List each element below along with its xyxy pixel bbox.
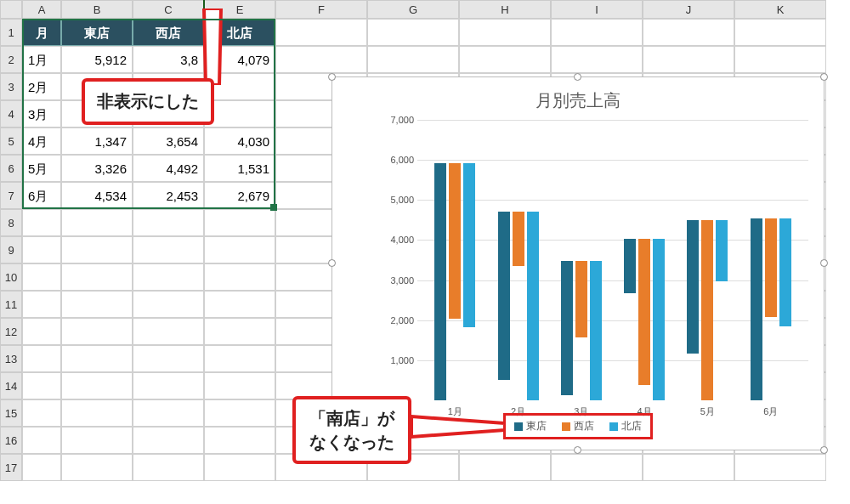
row-header-12[interactable]: 12: [0, 318, 22, 345]
cell[interactable]: [275, 46, 367, 73]
bar[interactable]: [590, 261, 602, 400]
chart-plot-area[interactable]: 1,0002,0003,0004,0005,0006,0007,000 1月2月…: [383, 120, 808, 400]
cell[interactable]: [367, 46, 459, 73]
cell[interactable]: [734, 46, 826, 73]
cell[interactable]: [133, 291, 204, 318]
bar[interactable]: [779, 218, 791, 326]
cell[interactable]: [22, 399, 61, 427]
cell[interactable]: 4月: [22, 127, 61, 155]
cell[interactable]: [204, 399, 275, 427]
cell[interactable]: [133, 454, 204, 481]
cell[interactable]: [22, 209, 61, 236]
cell[interactable]: [22, 263, 61, 291]
cell[interactable]: 4,492: [133, 155, 204, 182]
cell[interactable]: [551, 46, 643, 73]
chart-object[interactable]: 月別売上高 1,0002,0003,0004,0005,0006,0007,00…: [332, 76, 824, 450]
header-cell[interactable]: 月: [22, 19, 61, 46]
cell[interactable]: [551, 454, 643, 481]
cell[interactable]: [133, 209, 204, 236]
row-header-2[interactable]: 2: [0, 46, 22, 73]
cell[interactable]: 4,030: [204, 127, 275, 155]
cell[interactable]: [459, 454, 551, 481]
row-header-1[interactable]: 1: [0, 19, 22, 46]
cell[interactable]: [22, 427, 61, 454]
cell[interactable]: [133, 236, 204, 263]
col-header-A[interactable]: A: [22, 0, 61, 19]
row-header-3[interactable]: 3: [0, 73, 22, 100]
row-header-8[interactable]: 8: [0, 209, 22, 236]
cell[interactable]: [22, 291, 61, 318]
cell[interactable]: 1,531: [204, 155, 275, 182]
cell[interactable]: [22, 236, 61, 263]
col-header-C[interactable]: C: [133, 0, 204, 19]
cell[interactable]: 2月: [22, 73, 61, 100]
cell[interactable]: [61, 399, 133, 427]
cell[interactable]: 3,8: [133, 46, 204, 73]
bar[interactable]: [751, 218, 762, 400]
cell[interactable]: 4,534: [61, 182, 133, 209]
cell[interactable]: [61, 372, 133, 399]
cell[interactable]: [204, 454, 275, 481]
bar[interactable]: [716, 220, 728, 281]
cell[interactable]: [133, 345, 204, 372]
bar[interactable]: [687, 220, 699, 354]
row-header-15[interactable]: 15: [0, 399, 22, 427]
cell[interactable]: 5月: [22, 155, 61, 182]
cell[interactable]: [734, 19, 826, 46]
cell[interactable]: [61, 345, 133, 372]
cell[interactable]: [275, 19, 367, 46]
cell[interactable]: 3月: [22, 100, 61, 127]
bar[interactable]: [624, 239, 636, 293]
cell[interactable]: [61, 236, 133, 263]
cell[interactable]: 5,912: [61, 46, 133, 73]
cell[interactable]: [204, 209, 275, 236]
bar[interactable]: [638, 239, 650, 385]
row-header-10[interactable]: 10: [0, 263, 22, 291]
bar[interactable]: [701, 220, 713, 400]
cell[interactable]: [204, 100, 275, 127]
cell[interactable]: [734, 454, 826, 481]
cell[interactable]: [643, 19, 734, 46]
chart-title[interactable]: 月別売上高: [332, 89, 824, 112]
cell[interactable]: 1,347: [61, 127, 133, 155]
chart-legend[interactable]: 東店 西店 北店: [503, 413, 653, 439]
bar[interactable]: [575, 261, 587, 337]
col-header-K[interactable]: K: [734, 0, 826, 19]
col-header-F[interactable]: F: [275, 0, 367, 19]
cell[interactable]: [551, 19, 643, 46]
cell[interactable]: [133, 263, 204, 291]
cell[interactable]: 6月: [22, 182, 61, 209]
col-header-B[interactable]: B: [61, 0, 133, 19]
cell[interactable]: [367, 19, 459, 46]
row-header-5[interactable]: 5: [0, 127, 22, 155]
select-all-corner[interactable]: [0, 0, 22, 19]
col-header-G[interactable]: G: [367, 0, 459, 19]
bar[interactable]: [513, 212, 524, 267]
cell[interactable]: [204, 263, 275, 291]
cell[interactable]: [22, 345, 61, 372]
cell[interactable]: [22, 372, 61, 399]
col-header-J[interactable]: J: [643, 0, 734, 19]
cell[interactable]: [204, 236, 275, 263]
cell[interactable]: [204, 291, 275, 318]
cell[interactable]: [204, 427, 275, 454]
col-header-I[interactable]: I: [551, 0, 643, 19]
bar[interactable]: [498, 212, 510, 381]
cell[interactable]: [133, 399, 204, 427]
bar[interactable]: [561, 261, 573, 395]
cell[interactable]: [133, 372, 204, 399]
bar[interactable]: [449, 163, 461, 319]
bar[interactable]: [463, 163, 475, 326]
row-header-16[interactable]: 16: [0, 427, 22, 454]
row-header-13[interactable]: 13: [0, 345, 22, 372]
cell[interactable]: [22, 454, 61, 481]
cell[interactable]: 3,326: [61, 155, 133, 182]
cell[interactable]: [61, 427, 133, 454]
bar[interactable]: [765, 218, 777, 317]
row-header-6[interactable]: 6: [0, 155, 22, 182]
col-header-H[interactable]: H: [459, 0, 551, 19]
cell[interactable]: [61, 291, 133, 318]
row-header-7[interactable]: 7: [0, 182, 22, 209]
cell[interactable]: [204, 318, 275, 345]
cell[interactable]: [643, 46, 734, 73]
